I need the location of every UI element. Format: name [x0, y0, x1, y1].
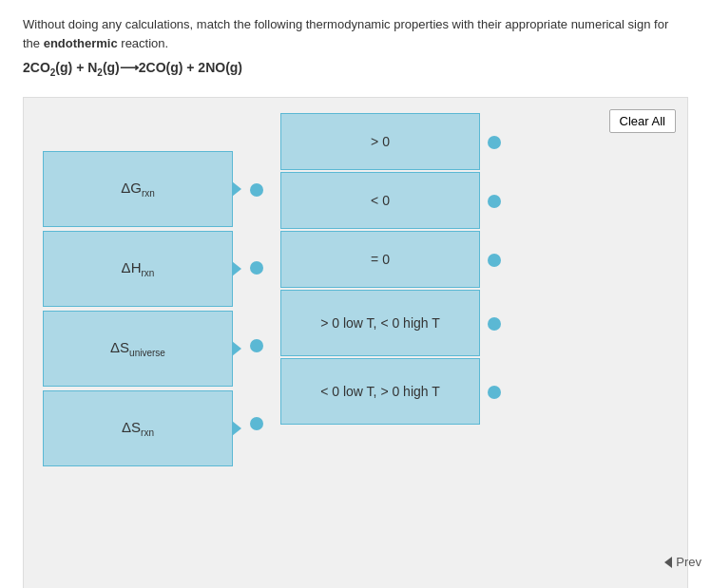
- right-column: > 0 < 0 = 0 > 0 low T, < 0 high T < 0 lo…: [280, 113, 480, 425]
- right-dot-wrap-4: [488, 290, 501, 358]
- right-item-lt-low-gt-high[interactable]: < 0 low T, > 0 high T: [280, 358, 480, 425]
- right-dot-1: [488, 136, 501, 149]
- gt-low-lt-high-label: > 0 low T, < 0 high T: [320, 315, 440, 331]
- right-dot-wrap-3: [488, 231, 501, 290]
- delta-g-label: ΔGrxn: [121, 180, 155, 199]
- connector-wrap-3: [250, 307, 263, 385]
- drag-drop-area: Clear All ΔGrxn ΔHrxn ΔSuniverse ΔSrxn: [23, 97, 688, 588]
- matching-layout: ΔGrxn ΔHrxn ΔSuniverse ΔSrxn: [43, 113, 668, 468]
- intro-text: Without doing any calculations, match th…: [23, 15, 688, 52]
- right-item-eq-zero[interactable]: = 0: [280, 231, 480, 288]
- connector-wrap-4: [250, 385, 263, 463]
- right-item-gt-low-lt-high[interactable]: > 0 low T, < 0 high T: [280, 290, 480, 356]
- prev-label: Prev: [676, 555, 701, 569]
- connector-dot-3: [250, 339, 263, 352]
- endothermic-label: endothermic: [44, 36, 118, 50]
- delta-s-universe-label: ΔSuniverse: [110, 339, 165, 358]
- left-item-delta-h[interactable]: ΔHrxn: [43, 231, 233, 307]
- delta-h-label: ΔHrxn: [122, 259, 155, 278]
- lt-low-gt-high-label: < 0 low T, > 0 high T: [320, 384, 440, 399]
- connector-column: [233, 151, 280, 463]
- lt-zero-label: < 0: [371, 193, 390, 208]
- left-item-delta-s-rxn[interactable]: ΔSrxn: [43, 390, 233, 466]
- right-dot-wrap-1: [488, 113, 501, 172]
- reaction-equation: 2CO2(g) + N2(g)⟶2CO(g) + 2NO(g): [23, 60, 688, 78]
- connector-dot-1: [250, 183, 263, 197]
- connector-wrap-2: [250, 229, 263, 307]
- right-dot-5: [488, 386, 501, 399]
- connector-dot-4: [250, 417, 263, 430]
- right-connector-column: [480, 113, 509, 427]
- connector-wrap-1: [250, 151, 263, 229]
- right-dot-wrap-5: [488, 358, 501, 427]
- prev-button[interactable]: Prev: [664, 555, 701, 569]
- delta-s-rxn-label: ΔSrxn: [122, 419, 154, 438]
- gt-zero-label: > 0: [371, 134, 390, 149]
- right-dot-4: [488, 317, 501, 331]
- left-item-delta-s-universe[interactable]: ΔSuniverse: [43, 311, 233, 387]
- right-dot-wrap-2: [488, 172, 501, 231]
- connector-dot-2: [250, 261, 263, 275]
- left-column: ΔGrxn ΔHrxn ΔSuniverse ΔSrxn: [43, 151, 233, 468]
- clear-all-button[interactable]: Clear All: [609, 109, 676, 133]
- left-item-delta-g[interactable]: ΔGrxn: [43, 151, 233, 227]
- right-dot-2: [488, 195, 501, 208]
- chevron-left-icon: [664, 557, 672, 568]
- right-dot-3: [488, 254, 501, 267]
- eq-zero-label: = 0: [371, 252, 390, 267]
- right-item-gt-zero[interactable]: > 0: [280, 113, 480, 170]
- right-item-lt-zero[interactable]: < 0: [280, 172, 480, 229]
